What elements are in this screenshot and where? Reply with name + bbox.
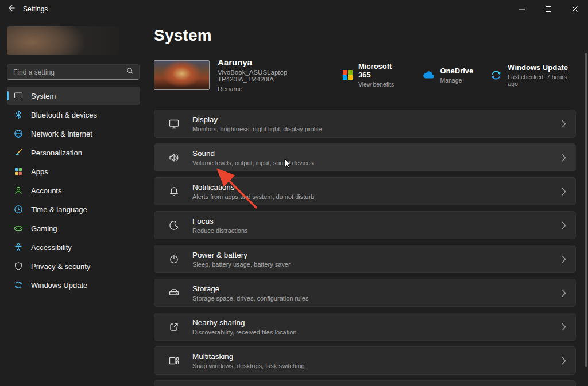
sidebar: System Bluetooth & devices Network & int…	[0, 18, 147, 386]
back-button[interactable]	[0, 0, 23, 18]
onedrive-card[interactable]: OneDrive Manage	[422, 67, 474, 84]
account-name: Aarunya	[218, 57, 343, 67]
sidebar-item-label: Privacy & security	[31, 262, 90, 271]
sound-speaker-icon	[168, 152, 180, 163]
row-title: Focus	[192, 217, 562, 225]
settings-row-nearby-sharing[interactable]: Nearby sharing Discoverability, received…	[154, 313, 576, 341]
personalization-brush-icon	[14, 148, 23, 157]
sidebar-item-bluetooth-devices[interactable]: Bluetooth & devices	[7, 106, 140, 124]
bluetooth-icon	[14, 110, 23, 119]
rename-link[interactable]: Rename	[218, 85, 343, 92]
notifications-bell-icon	[168, 186, 180, 197]
row-title: Multitasking	[192, 352, 562, 361]
row-subtitle: Discoverability, received files location	[192, 329, 562, 336]
settings-row-display[interactable]: Display Monitors, brightness, night ligh…	[154, 110, 576, 138]
settings-row-multitasking[interactable]: Multitasking Snap windows, desktops, tas…	[154, 346, 576, 375]
minimize-icon	[519, 4, 525, 14]
windows-update-card[interactable]: Windows Update Last checked: 7 hours ago	[490, 63, 576, 87]
settings-row-partial[interactable]	[154, 380, 576, 386]
row-subtitle: Storage space, drives, configuration rul…	[192, 295, 562, 302]
chevron-right-icon	[562, 323, 566, 331]
display-icon	[168, 118, 180, 130]
sidebar-item-windows-update[interactable]: Windows Update	[7, 276, 140, 294]
sidebar-item-label: Time & language	[31, 205, 87, 214]
multitasking-windows-icon	[168, 355, 180, 366]
close-button[interactable]	[562, 0, 588, 18]
chevron-right-icon	[562, 154, 566, 162]
sidebar-nav: System Bluetooth & devices Network & int…	[0, 87, 147, 294]
account-photo	[154, 60, 210, 90]
close-icon	[572, 4, 578, 14]
row-subtitle: Snap windows, desktops, task switching	[192, 362, 562, 369]
row-subtitle: Monitors, brightness, night light, displ…	[192, 126, 562, 132]
power-icon	[168, 254, 180, 265]
sidebar-item-network-internet[interactable]: Network & internet	[7, 124, 140, 143]
row-subtitle: Reduce distractions	[192, 227, 562, 234]
sidebar-item-gaming[interactable]: Gaming	[7, 219, 140, 237]
card-subtitle: Last checked: 7 hours ago	[508, 73, 576, 87]
sidebar-item-label: Bluetooth & devices	[31, 111, 97, 119]
sidebar-item-label: Windows Update	[31, 281, 87, 290]
card-title: OneDrive	[440, 67, 474, 75]
sidebar-item-system[interactable]: System	[7, 87, 140, 105]
chevron-right-icon	[562, 289, 566, 297]
chevron-right-icon	[562, 357, 566, 365]
minimize-button[interactable]	[509, 0, 535, 18]
sidebar-item-label: Accessibility	[31, 243, 72, 252]
settings-row-notifications[interactable]: Notifications Alerts from apps and syste…	[154, 177, 576, 205]
row-subtitle: Alerts from apps and system, do not dist…	[192, 193, 562, 200]
page-title: System	[154, 26, 576, 45]
row-title: Power & battery	[192, 251, 562, 259]
sidebar-item-label: Network & internet	[31, 130, 92, 138]
profile-banner-blurred	[7, 26, 119, 55]
onedrive-cloud-icon	[422, 71, 435, 79]
sidebar-item-label: Accounts	[31, 186, 61, 195]
row-subtitle: Sleep, battery usage, battery saver	[192, 261, 562, 268]
windows-update-icon	[14, 280, 23, 290]
active-indicator	[7, 91, 9, 100]
gaming-controller-icon	[14, 224, 23, 233]
settings-row-sound[interactable]: Sound Volume levels, output, input, soun…	[154, 143, 576, 171]
row-title: Storage	[192, 284, 562, 293]
vertical-scrollbar[interactable]	[585, 53, 587, 367]
apps-grid-icon	[14, 167, 23, 176]
device-name: VivoBook_ASUSLaptop TP420IA_TM420IA	[218, 69, 343, 83]
settings-row-power-battery[interactable]: Power & battery Sleep, battery usage, ba…	[154, 245, 576, 273]
settings-row-focus[interactable]: Focus Reduce distractions	[154, 211, 576, 239]
sidebar-item-accounts[interactable]: Accounts	[7, 181, 140, 200]
sidebar-item-apps[interactable]: Apps	[7, 162, 140, 181]
card-subtitle: View benefits	[358, 81, 405, 88]
nearby-sharing-icon	[168, 321, 180, 333]
maximize-button[interactable]	[535, 0, 562, 18]
windows-update-badge-icon	[490, 69, 502, 81]
sidebar-item-privacy-security[interactable]: Privacy & security	[7, 257, 140, 275]
focus-crescent-icon	[168, 220, 180, 231]
titlebar: Settings	[0, 0, 588, 18]
system-icon	[14, 91, 23, 100]
shield-icon	[14, 262, 23, 271]
row-title: Notifications	[192, 183, 562, 192]
main-content: System Aarunya VivoBook_ASUSLaptop TP420…	[147, 18, 588, 386]
chevron-right-icon	[562, 120, 566, 128]
search-input[interactable]	[13, 68, 126, 76]
row-title: Sound	[192, 149, 562, 158]
network-globe-icon	[14, 129, 23, 138]
sidebar-item-time-language[interactable]: Time & language	[7, 200, 140, 219]
microsoft-logo-icon	[343, 70, 353, 80]
sidebar-item-label: Personalization	[31, 149, 82, 157]
storage-drive-icon	[168, 287, 180, 299]
card-title: Windows Update	[508, 63, 576, 72]
sidebar-item-accessibility[interactable]: Accessibility	[7, 238, 140, 256]
row-title: Nearby sharing	[192, 318, 562, 327]
sidebar-item-label: Apps	[31, 167, 48, 176]
microsoft-365-card[interactable]: Microsoft 365 View benefits	[343, 62, 405, 88]
sidebar-item-personalization[interactable]: Personalization	[7, 143, 140, 162]
settings-row-storage[interactable]: Storage Storage space, drives, configura…	[154, 279, 576, 307]
search-box[interactable]	[7, 64, 140, 80]
accessibility-person-icon	[14, 243, 23, 252]
accounts-person-icon	[14, 186, 23, 195]
sidebar-item-label: System	[31, 92, 56, 100]
card-subtitle: Manage	[440, 77, 474, 84]
card-title: Microsoft 365	[358, 62, 405, 79]
header-band: Aarunya VivoBook_ASUSLaptop TP420IA_TM42…	[154, 57, 576, 92]
